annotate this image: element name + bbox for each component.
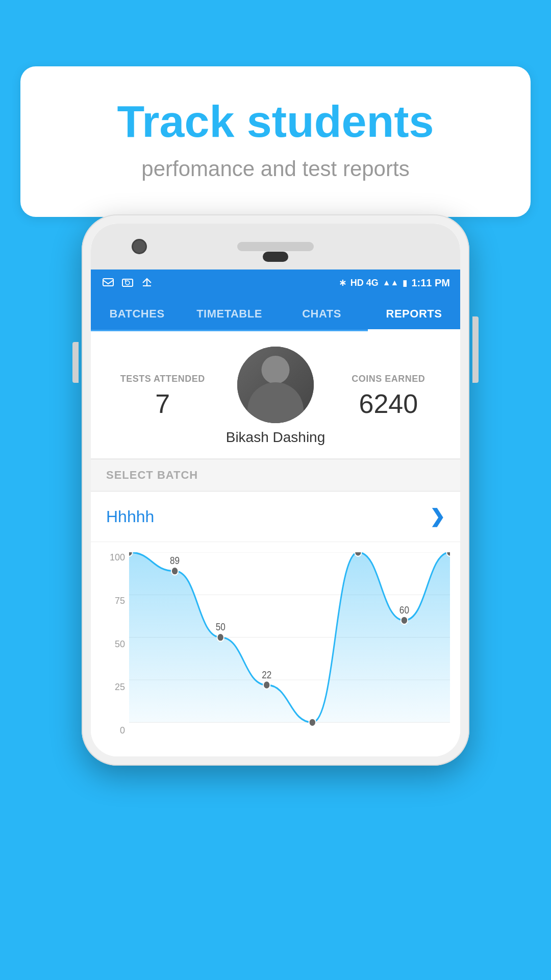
photo-icon bbox=[120, 276, 135, 290]
svg-text:50: 50 bbox=[216, 621, 226, 633]
tab-timetable[interactable]: TIMETABLE bbox=[183, 296, 276, 330]
bluetooth-icon: ∗ bbox=[339, 277, 346, 288]
front-sensor bbox=[263, 252, 288, 262]
svg-point-13 bbox=[309, 719, 316, 727]
student-profile: Bikash Dashing bbox=[219, 347, 332, 446]
svg-text:89: 89 bbox=[170, 555, 180, 567]
tooltip-title: Track students bbox=[51, 97, 500, 146]
share-icon bbox=[140, 276, 154, 290]
status-bar: ∗ HD 4G ▲▲ ▮ 1:11 PM bbox=[91, 270, 460, 296]
select-batch-header: SELECT BATCH bbox=[91, 459, 460, 492]
tooltip-subtitle: perfomance and test reports bbox=[51, 157, 500, 181]
svg-text:60: 60 bbox=[399, 604, 409, 616]
chart-y-labels: 100 75 50 25 0 bbox=[101, 552, 129, 736]
notification-icon bbox=[101, 276, 115, 290]
coins-earned-value: 6240 bbox=[332, 388, 445, 419]
speaker-grille bbox=[237, 242, 314, 251]
select-batch-label: SELECT BATCH bbox=[106, 469, 198, 481]
avatar bbox=[237, 347, 314, 423]
tests-attended-value: 7 bbox=[106, 388, 219, 419]
svg-rect-1 bbox=[122, 279, 133, 286]
svg-point-11 bbox=[217, 633, 223, 642]
avatar-image bbox=[237, 347, 314, 423]
svg-rect-0 bbox=[103, 279, 113, 286]
status-icons-left bbox=[101, 276, 154, 290]
screen: ∗ HD 4G ▲▲ ▮ 1:11 PM BATCHES TIMETABLE bbox=[91, 270, 460, 756]
phone-top-bezel bbox=[91, 224, 460, 270]
signal-icon: ▲▲ bbox=[383, 278, 399, 287]
chart-svg: 100 89 50 22 100 60 100 bbox=[129, 552, 450, 756]
svg-point-2 bbox=[126, 281, 130, 285]
profile-section: TESTS ATTENDED 7 Bikash Dashing COINS EA… bbox=[91, 331, 460, 459]
svg-point-15 bbox=[401, 617, 408, 625]
svg-text:22: 22 bbox=[262, 669, 271, 680]
coins-earned-block: COINS EARNED 6240 bbox=[332, 374, 445, 419]
status-right-icons: ∗ HD 4G ▲▲ ▮ 1:11 PM bbox=[339, 277, 450, 289]
tests-attended-label: TESTS ATTENDED bbox=[106, 374, 219, 384]
battery-icon: ▮ bbox=[403, 278, 407, 288]
phone-mockup: ∗ HD 4G ▲▲ ▮ 1:11 PM BATCHES TIMETABLE bbox=[82, 214, 469, 766]
svg-point-3 bbox=[125, 280, 127, 282]
svg-point-12 bbox=[263, 681, 270, 689]
tab-chats[interactable]: CHATS bbox=[276, 296, 368, 330]
time: 1:11 PM bbox=[411, 277, 450, 289]
batch-name: Hhhhh bbox=[106, 507, 154, 526]
tests-attended-block: TESTS ATTENDED 7 bbox=[106, 374, 219, 419]
batch-item[interactable]: Hhhhh ❯ bbox=[91, 492, 460, 542]
svg-point-10 bbox=[171, 567, 178, 575]
coins-earned-label: COINS EARNED bbox=[332, 374, 445, 384]
tooltip-card: Track students perfomance and test repor… bbox=[20, 66, 531, 217]
svg-point-14 bbox=[355, 552, 361, 556]
tab-reports[interactable]: REPORTS bbox=[368, 296, 460, 330]
student-name: Bikash Dashing bbox=[226, 429, 325, 446]
network-label: HD 4G bbox=[350, 278, 379, 288]
chevron-right-icon: ❯ bbox=[430, 506, 445, 527]
performance-chart: 100 75 50 25 0 bbox=[91, 542, 460, 756]
camera-lens bbox=[132, 239, 147, 254]
nav-tabs: BATCHES TIMETABLE CHATS REPORTS bbox=[91, 296, 460, 331]
tab-batches[interactable]: BATCHES bbox=[91, 296, 183, 330]
